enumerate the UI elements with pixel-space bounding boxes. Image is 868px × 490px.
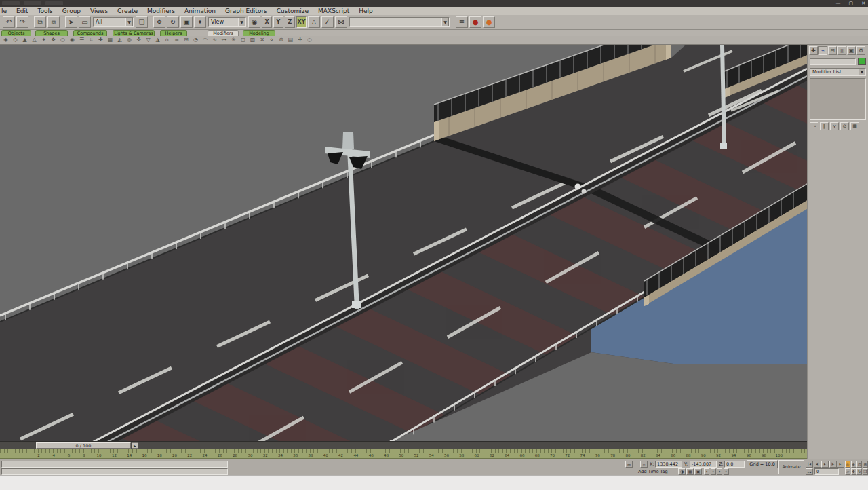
modifier-icon-17[interactable]: ◮ [153, 36, 162, 44]
select-manipulate-icon[interactable]: ✦ [194, 16, 206, 28]
animate-button[interactable]: Animate [778, 460, 804, 474]
snap-toggle-icon[interactable]: ∴ [308, 16, 320, 28]
modifier-icon-25[interactable]: ✳ [229, 36, 238, 44]
minimize-icon[interactable]: — [836, 0, 841, 7]
tab-objects[interactable]: Objects [1, 30, 31, 36]
zoom-extents-icon[interactable]: ⊡ [856, 461, 862, 468]
menu-item-views[interactable]: Views [85, 7, 113, 15]
named-selection-dropdown[interactable]: ▼ [349, 17, 450, 27]
set-key-icon[interactable]: ▣ [694, 468, 702, 475]
angle-snap-icon[interactable]: ∠ [321, 16, 334, 28]
select-by-name-icon[interactable]: ❏ [136, 16, 148, 28]
modifier-icon-7[interactable]: ○ [58, 36, 67, 44]
motion-tab-icon[interactable]: ◎ [837, 46, 846, 55]
pin-stack-icon[interactable]: ⊸ [810, 122, 818, 130]
tab-modifiers[interactable]: Modifiers [208, 30, 239, 36]
modifier-icon-18[interactable]: ⌂ [163, 36, 172, 44]
reference-coordinate-dropdown[interactable]: View▼ [208, 17, 246, 27]
modifier-icon-6[interactable]: ❖ [49, 36, 58, 44]
close-icon[interactable]: ✕ [861, 0, 865, 7]
modifier-icon-28[interactable]: ✕ [258, 36, 267, 44]
object-name-field[interactable] [810, 58, 856, 65]
menu-item-edit[interactable]: Edit [12, 7, 33, 15]
time-slider-handle[interactable]: 0 / 100 [36, 442, 131, 449]
quick-render-icon[interactable]: ● [483, 16, 495, 28]
display-tab-icon[interactable]: ▣ [847, 46, 856, 55]
modifier-list-dropdown[interactable]: Modifier List ▼ [810, 68, 866, 76]
make-unique-icon[interactable]: ⋎ [830, 122, 839, 130]
menu-item-tools[interactable]: Tools [33, 7, 57, 15]
use-pivot-center-icon[interactable]: ◉ [248, 16, 260, 28]
menu-item-animation[interactable]: Animation [180, 7, 220, 15]
menu-item-modifiers[interactable]: Modifiers [142, 7, 180, 15]
hierarchy-tab-icon[interactable]: ⊟ [828, 46, 837, 55]
menu-item-le[interactable]: le [0, 7, 12, 15]
rect-select-region-icon[interactable]: ▭ [79, 16, 91, 28]
keyframe-icon-2[interactable]: ✧ [711, 468, 716, 475]
render-setup-icon[interactable]: ● [469, 16, 481, 28]
show-end-result-icon[interactable]: ‖ [820, 122, 829, 130]
viewport[interactable] [0, 45, 807, 441]
selection-lock-icon[interactable]: ⊠ [625, 461, 633, 468]
keyframe-icon-4[interactable]: ✧ [724, 468, 729, 475]
modifier-icon-20[interactable]: ⊞ [182, 36, 191, 44]
go-to-start-button[interactable]: |◀ [806, 461, 813, 468]
configure-modifier-sets-icon[interactable]: ▦ [850, 122, 859, 130]
mirror-icon[interactable]: ⋈ [335, 16, 347, 28]
tab-modeling[interactable]: Modeling [243, 30, 275, 36]
undo-icon[interactable]: ↶ [3, 16, 15, 28]
modifier-icon-31[interactable]: ▤ [286, 36, 295, 44]
time-slider-next-icon[interactable]: ▶ [132, 442, 138, 449]
add-time-tag[interactable]: Add Time Tag [638, 469, 668, 474]
modifier-icon-29[interactable]: ⋄ [267, 36, 276, 44]
current-frame-field[interactable]: 0 [814, 468, 839, 475]
unlink-icon[interactable]: ⧈ [47, 16, 60, 28]
coord-x-field[interactable]: 1338.442 [655, 461, 682, 468]
menu-item-group[interactable]: Group [58, 7, 85, 15]
key-mode-icon[interactable]: ⊶ [806, 468, 813, 475]
axis-xy-button[interactable]: XY [296, 16, 307, 28]
modifier-icon-32[interactable]: ✢ [296, 36, 304, 44]
modifier-icon-16[interactable]: ▽ [144, 36, 153, 44]
modifier-icon-15[interactable]: ✜ [134, 36, 143, 44]
select-scale-icon[interactable]: ▣ [180, 16, 193, 28]
pan-icon[interactable]: ✥ [851, 468, 856, 475]
key-filters-icon[interactable]: ▦ [686, 468, 694, 475]
zoom-all-icon[interactable]: ⊕ [851, 461, 856, 468]
axis-y-button[interactable]: Y [273, 16, 283, 28]
modifier-icon-27[interactable]: ▧ [248, 36, 257, 44]
previous-frame-button[interactable]: ◀| [814, 461, 821, 468]
menu-item-customize[interactable]: Customize [272, 7, 313, 15]
maximize-viewport-icon[interactable]: ❒ [863, 468, 868, 475]
tab-compounds[interactable]: Compounds [73, 30, 107, 36]
modifier-icon-11[interactable]: ✚ [96, 36, 105, 44]
modifier-icon-21[interactable]: ◔ [191, 36, 200, 44]
modifier-icon-5[interactable]: ✦ [39, 36, 48, 44]
modifier-icon-2[interactable]: ◇ [11, 36, 20, 44]
modifier-icon-14[interactable]: ◍ [125, 36, 134, 44]
object-color-swatch[interactable] [858, 58, 866, 65]
axis-z-button[interactable]: Z [285, 16, 295, 28]
keyframe-icon-1[interactable]: ✦ [704, 468, 709, 475]
modifier-icon-8[interactable]: ◉ [68, 36, 77, 44]
zoom-icon[interactable]: ◎ [845, 461, 850, 468]
play-button[interactable]: ▶ [821, 461, 829, 468]
modifier-icon-12[interactable]: ▦ [106, 36, 115, 44]
modifier-icon-10[interactable]: ⌗ [87, 36, 96, 44]
modifier-icon-23[interactable]: ∿ [210, 36, 219, 44]
quick-access-icon[interactable] [24, 1, 41, 5]
modifier-icon-3[interactable]: ▲ [20, 36, 29, 44]
keyframe-icon-3[interactable]: ✦ [717, 468, 722, 475]
zoom-extents-all-icon[interactable]: ⊞ [863, 461, 868, 468]
modifier-icon-30[interactable]: ⊚ [277, 36, 285, 44]
menu-item-help[interactable]: Help [354, 7, 378, 15]
menu-item-create[interactable]: Create [113, 7, 142, 15]
menu-item-graph-editors[interactable]: Graph Editors [220, 7, 272, 15]
field-of-view-icon[interactable]: ▱ [845, 468, 850, 475]
modifier-icon-22[interactable]: ◠ [201, 36, 210, 44]
key-mode-toggle-icon[interactable]: ◑ [678, 468, 686, 475]
quick-access-icon[interactable] [2, 1, 20, 5]
coord-y-field[interactable]: -143.807 [690, 461, 717, 468]
axis-x-button[interactable]: X [262, 16, 272, 28]
tab-shapes[interactable]: Shapes [35, 30, 68, 36]
